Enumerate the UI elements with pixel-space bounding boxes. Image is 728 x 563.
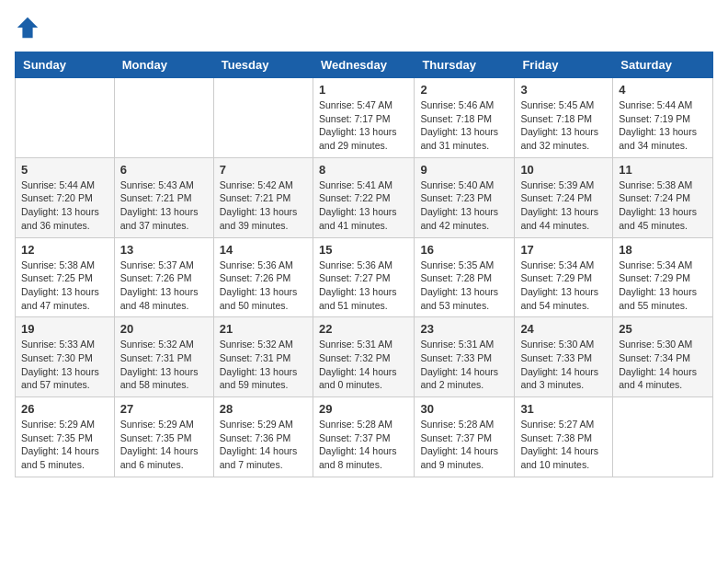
day-number: 12 <box>21 243 108 257</box>
calendar-cell: 13Sunrise: 5:37 AM Sunset: 7:26 PM Dayli… <box>114 237 213 317</box>
day-info: Sunrise: 5:28 AM Sunset: 7:37 PM Dayligh… <box>420 418 508 472</box>
weekday-header-thursday: Thursday <box>415 52 515 78</box>
day-number: 27 <box>120 402 208 416</box>
day-number: 15 <box>319 243 408 257</box>
calendar-cell: 24Sunrise: 5:30 AM Sunset: 7:33 PM Dayli… <box>515 317 613 397</box>
calendar-table: SundayMondayTuesdayWednesdayThursdayFrid… <box>15 52 713 477</box>
calendar-cell: 26Sunrise: 5:29 AM Sunset: 7:35 PM Dayli… <box>16 397 115 477</box>
calendar-cell: 31Sunrise: 5:27 AM Sunset: 7:38 PM Dayli… <box>515 397 613 477</box>
day-info: Sunrise: 5:30 AM Sunset: 7:34 PM Dayligh… <box>619 338 707 392</box>
calendar-cell: 25Sunrise: 5:30 AM Sunset: 7:34 PM Dayli… <box>613 317 713 397</box>
calendar-cell: 19Sunrise: 5:33 AM Sunset: 7:30 PM Dayli… <box>16 317 115 397</box>
day-number: 3 <box>520 83 607 97</box>
day-number: 18 <box>619 243 707 257</box>
day-number: 22 <box>319 322 408 336</box>
calendar-cell: 14Sunrise: 5:36 AM Sunset: 7:26 PM Dayli… <box>213 237 313 317</box>
day-info: Sunrise: 5:27 AM Sunset: 7:38 PM Dayligh… <box>520 418 607 472</box>
day-info: Sunrise: 5:44 AM Sunset: 7:19 PM Dayligh… <box>619 98 707 153</box>
calendar-week-2: 5Sunrise: 5:44 AM Sunset: 7:20 PM Daylig… <box>16 157 713 237</box>
calendar-cell: 4Sunrise: 5:44 AM Sunset: 7:19 PM Daylig… <box>613 78 713 158</box>
calendar-cell <box>613 397 713 477</box>
day-number: 24 <box>520 322 607 336</box>
day-number: 23 <box>420 322 508 336</box>
day-number: 30 <box>420 402 508 416</box>
day-info: Sunrise: 5:41 AM Sunset: 7:22 PM Dayligh… <box>319 178 408 233</box>
calendar-cell: 7Sunrise: 5:42 AM Sunset: 7:21 PM Daylig… <box>213 157 313 237</box>
calendar-cell: 11Sunrise: 5:38 AM Sunset: 7:24 PM Dayli… <box>613 157 713 237</box>
calendar-cell: 5Sunrise: 5:44 AM Sunset: 7:20 PM Daylig… <box>16 157 115 237</box>
calendar-cell <box>16 78 115 158</box>
day-info: Sunrise: 5:44 AM Sunset: 7:20 PM Dayligh… <box>21 178 108 233</box>
logo <box>15 15 44 40</box>
calendar-cell: 6Sunrise: 5:43 AM Sunset: 7:21 PM Daylig… <box>114 157 213 237</box>
svg-marker-0 <box>17 17 38 38</box>
day-info: Sunrise: 5:35 AM Sunset: 7:28 PM Dayligh… <box>420 259 508 313</box>
day-number: 26 <box>21 402 108 416</box>
calendar-cell: 1Sunrise: 5:47 AM Sunset: 7:17 PM Daylig… <box>313 78 414 158</box>
calendar-cell: 8Sunrise: 5:41 AM Sunset: 7:22 PM Daylig… <box>313 157 414 237</box>
day-info: Sunrise: 5:34 AM Sunset: 7:29 PM Dayligh… <box>619 259 707 313</box>
day-info: Sunrise: 5:38 AM Sunset: 7:24 PM Dayligh… <box>619 178 707 233</box>
weekday-header-monday: Monday <box>114 52 213 78</box>
day-number: 20 <box>120 322 208 336</box>
calendar-cell: 18Sunrise: 5:34 AM Sunset: 7:29 PM Dayli… <box>613 237 713 317</box>
calendar-cell: 22Sunrise: 5:31 AM Sunset: 7:32 PM Dayli… <box>313 317 414 397</box>
day-info: Sunrise: 5:36 AM Sunset: 7:27 PM Dayligh… <box>319 259 408 313</box>
day-number: 21 <box>220 322 307 336</box>
day-info: Sunrise: 5:33 AM Sunset: 7:30 PM Dayligh… <box>21 338 108 392</box>
day-number: 16 <box>420 243 508 257</box>
day-number: 4 <box>619 83 707 97</box>
day-number: 5 <box>21 163 108 177</box>
calendar-cell: 10Sunrise: 5:39 AM Sunset: 7:24 PM Dayli… <box>515 157 613 237</box>
day-info: Sunrise: 5:37 AM Sunset: 7:26 PM Dayligh… <box>120 259 208 313</box>
weekday-header-row: SundayMondayTuesdayWednesdayThursdayFrid… <box>16 52 713 78</box>
day-number: 7 <box>220 163 307 177</box>
calendar-week-4: 19Sunrise: 5:33 AM Sunset: 7:30 PM Dayli… <box>16 317 713 397</box>
day-number: 10 <box>520 163 607 177</box>
day-info: Sunrise: 5:30 AM Sunset: 7:33 PM Dayligh… <box>520 338 607 392</box>
day-info: Sunrise: 5:42 AM Sunset: 7:21 PM Dayligh… <box>220 178 307 233</box>
calendar-cell: 29Sunrise: 5:28 AM Sunset: 7:37 PM Dayli… <box>313 397 414 477</box>
day-info: Sunrise: 5:39 AM Sunset: 7:24 PM Dayligh… <box>520 178 607 233</box>
day-info: Sunrise: 5:43 AM Sunset: 7:21 PM Dayligh… <box>120 178 208 233</box>
calendar-week-5: 26Sunrise: 5:29 AM Sunset: 7:35 PM Dayli… <box>16 397 713 477</box>
day-number: 31 <box>520 402 607 416</box>
weekday-header-wednesday: Wednesday <box>313 52 414 78</box>
day-info: Sunrise: 5:47 AM Sunset: 7:17 PM Dayligh… <box>319 98 408 153</box>
calendar-cell <box>114 78 213 158</box>
day-number: 11 <box>619 163 707 177</box>
day-info: Sunrise: 5:46 AM Sunset: 7:18 PM Dayligh… <box>420 98 508 153</box>
day-info: Sunrise: 5:28 AM Sunset: 7:37 PM Dayligh… <box>319 418 408 472</box>
weekday-header-friday: Friday <box>515 52 613 78</box>
day-number: 13 <box>120 243 208 257</box>
day-info: Sunrise: 5:32 AM Sunset: 7:31 PM Dayligh… <box>120 338 208 392</box>
day-info: Sunrise: 5:38 AM Sunset: 7:25 PM Dayligh… <box>21 259 108 313</box>
day-info: Sunrise: 5:29 AM Sunset: 7:35 PM Dayligh… <box>21 418 108 472</box>
logo-icon <box>15 15 40 40</box>
day-number: 6 <box>120 163 208 177</box>
weekday-header-sunday: Sunday <box>16 52 115 78</box>
calendar-cell: 30Sunrise: 5:28 AM Sunset: 7:37 PM Dayli… <box>415 397 515 477</box>
day-number: 8 <box>319 163 408 177</box>
calendar-cell: 3Sunrise: 5:45 AM Sunset: 7:18 PM Daylig… <box>515 78 613 158</box>
calendar-cell: 28Sunrise: 5:29 AM Sunset: 7:36 PM Dayli… <box>213 397 313 477</box>
calendar-cell: 20Sunrise: 5:32 AM Sunset: 7:31 PM Dayli… <box>114 317 213 397</box>
calendar-week-3: 12Sunrise: 5:38 AM Sunset: 7:25 PM Dayli… <box>16 237 713 317</box>
day-number: 28 <box>220 402 307 416</box>
day-number: 25 <box>619 322 707 336</box>
weekday-header-tuesday: Tuesday <box>213 52 313 78</box>
day-info: Sunrise: 5:32 AM Sunset: 7:31 PM Dayligh… <box>220 338 307 392</box>
day-number: 17 <box>520 243 607 257</box>
weekday-header-saturday: Saturday <box>613 52 713 78</box>
calendar-cell: 17Sunrise: 5:34 AM Sunset: 7:29 PM Dayli… <box>515 237 613 317</box>
day-info: Sunrise: 5:36 AM Sunset: 7:26 PM Dayligh… <box>220 259 307 313</box>
day-info: Sunrise: 5:29 AM Sunset: 7:36 PM Dayligh… <box>220 418 307 472</box>
page-header <box>15 15 713 40</box>
day-number: 29 <box>319 402 408 416</box>
calendar-week-1: 1Sunrise: 5:47 AM Sunset: 7:17 PM Daylig… <box>16 78 713 158</box>
day-info: Sunrise: 5:34 AM Sunset: 7:29 PM Dayligh… <box>520 259 607 313</box>
calendar-cell: 9Sunrise: 5:40 AM Sunset: 7:23 PM Daylig… <box>415 157 515 237</box>
day-number: 19 <box>21 322 108 336</box>
day-info: Sunrise: 5:31 AM Sunset: 7:32 PM Dayligh… <box>319 338 408 392</box>
calendar-cell: 12Sunrise: 5:38 AM Sunset: 7:25 PM Dayli… <box>16 237 115 317</box>
